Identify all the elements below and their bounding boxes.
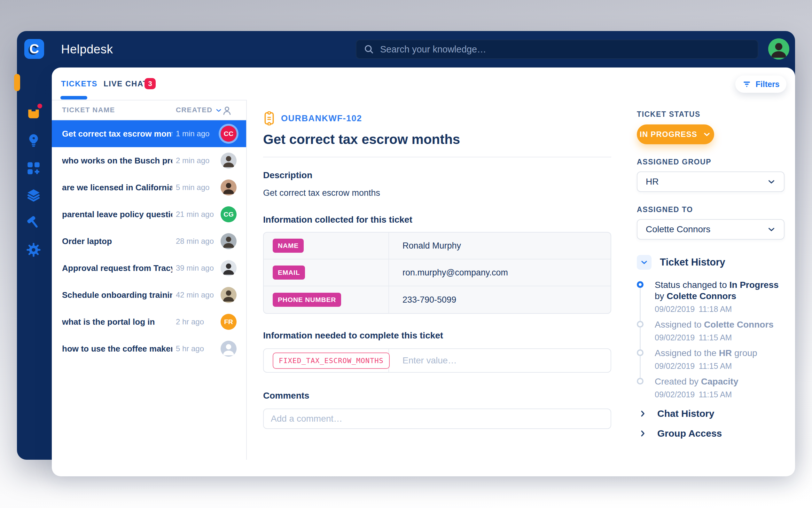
field-key-badge: EMAIL <box>273 265 305 280</box>
field-key-badge: PHONE NUMBER <box>273 293 341 307</box>
comment-input[interactable] <box>264 414 611 424</box>
person-silhouette-icon <box>221 260 237 276</box>
needed-field-key-cell: FIXED_TAX_ESCROW_MONTHS <box>264 349 389 372</box>
status-dropdown-button[interactable]: IN PROGRESS <box>637 124 714 144</box>
chat-history-toggle[interactable]: Chat History <box>637 408 784 419</box>
chevron-box <box>637 255 652 270</box>
history-entry: Assigned to Colette Connors09/02/2019 11… <box>637 319 784 342</box>
live-chats-count-badge: 3 <box>144 78 156 89</box>
layers-icon <box>26 187 42 204</box>
ticket-list-header: TICKET NAME CREATED <box>52 100 246 120</box>
sidebar-item-tickets-inbox[interactable] <box>26 105 42 121</box>
ticket-row[interactable]: parental leave policy questio…21 min ago… <box>52 201 246 228</box>
ticket-row-created-time: 28 min ago <box>176 237 214 246</box>
ticket-row-created-time: 2 hr ago <box>176 318 204 326</box>
content-card: TICKETS LIVE CHATS 3 Filters TICKET NAME… <box>52 68 795 476</box>
column-ticket-name: TICKET NAME <box>62 106 115 114</box>
history-entry-text: Assigned to the HR group <box>655 347 784 358</box>
ticket-row[interactable]: what is the portal log in2 hr agoFR <box>52 308 246 335</box>
history-entry-text: Status changed to In Progress by Colette… <box>655 279 784 302</box>
filter-icon <box>742 79 752 89</box>
ticket-status-label: TICKET STATUS <box>637 110 784 119</box>
avatar <box>221 153 237 169</box>
timeline-dot <box>637 281 643 288</box>
avatar: CC <box>221 126 237 142</box>
sidebar-item-settings[interactable] <box>26 242 42 258</box>
ticket-row[interactable]: Get correct tax escrow months1 min agoCC <box>52 120 246 147</box>
user-avatar[interactable] <box>768 38 789 59</box>
assigned-group-select[interactable]: HR <box>637 171 784 192</box>
search-icon <box>364 44 374 55</box>
knowledge-search-bar[interactable] <box>356 40 758 59</box>
ticket-detail: OURBANKWF-102 Get correct tax escrow mon… <box>263 100 611 429</box>
filters-button[interactable]: Filters <box>735 76 786 93</box>
history-entry-timestamp: 09/02/2019 11:15 AM <box>655 333 784 342</box>
ticket-row[interactable]: Order laptop28 min ago <box>52 228 246 255</box>
active-nav-indicator <box>14 74 20 91</box>
avatar <box>221 179 237 196</box>
history-entry: Status changed to In Progress by Colette… <box>637 279 784 314</box>
ticket-row[interactable]: how to use the coffee maker5 hr ago <box>52 335 246 362</box>
avatar: CG <box>221 206 237 222</box>
ticket-row[interactable]: are we licensed in California?5 min ago <box>52 174 246 201</box>
capacity-logo-icon[interactable]: C <box>24 39 44 59</box>
field-value: Ronald Murphy <box>389 241 461 251</box>
chevron-down-icon <box>767 177 776 186</box>
needed-field-row: FIXED_TAX_ESCROW_MONTHS <box>263 348 611 373</box>
sidebar-item-tools[interactable] <box>26 215 42 230</box>
sidebar-item-apps[interactable] <box>26 160 42 176</box>
lightbulb-icon <box>26 132 42 149</box>
person-silhouette-icon <box>221 179 237 196</box>
avatar <box>221 260 237 276</box>
ticket-icon <box>263 111 275 125</box>
ticket-id-link[interactable]: OURBANKWF-102 <box>281 114 362 124</box>
field-key-cell: NAME <box>264 232 389 259</box>
screen: C Helpdesk <box>0 0 812 508</box>
ticket-row-title: what is the portal log in <box>62 317 155 327</box>
needed-value-input[interactable] <box>389 355 611 366</box>
person-silhouette-icon <box>221 341 237 357</box>
ticket-history-label: Ticket History <box>660 257 725 268</box>
sidebar-item-stacks[interactable] <box>26 187 42 204</box>
ticket-row[interactable]: Schedule onboarding trainin…42 min ago <box>52 282 246 308</box>
assigned-to-select[interactable]: Colette Connors <box>637 219 784 240</box>
tab-tickets[interactable]: TICKETS <box>61 79 97 88</box>
assigned-group-value: HR <box>646 177 659 187</box>
chevron-down-icon <box>702 130 711 139</box>
info-field-row: EMAILron.murphy@company.com <box>264 259 611 286</box>
ticket-list: TICKET NAME CREATED Get correct tax escr… <box>52 100 247 460</box>
chevron-down-icon <box>640 258 649 267</box>
history-entry: Assigned to the HR group09/02/2019 11:15… <box>637 347 784 371</box>
search-input[interactable] <box>380 44 751 55</box>
hammer-icon <box>26 215 42 230</box>
ticket-title: Get correct tax escrow months <box>263 132 611 147</box>
collected-info-table: NAMERonald MurphyEMAILron.murphy@company… <box>263 232 611 314</box>
ticket-row-created-time: 5 min ago <box>176 183 209 192</box>
person-silhouette-icon <box>768 38 789 59</box>
field-key-cell: EMAIL <box>264 259 389 286</box>
info-field-row: NAMERonald Murphy <box>264 232 611 259</box>
filters-label: Filters <box>755 80 779 89</box>
ticket-row[interactable]: who works on the Busch proj…2 min ago <box>52 147 246 174</box>
timeline-dot <box>637 321 643 328</box>
ticket-row-title: are we licensed in California? <box>62 183 172 193</box>
description-text: Get correct tax escrow months <box>263 188 611 198</box>
sidebar-item-knowledge[interactable] <box>26 132 42 149</box>
gear-icon <box>26 242 42 258</box>
field-value: 233-790-5099 <box>389 295 456 305</box>
chevron-right-icon <box>638 409 648 418</box>
avatar <box>221 287 237 303</box>
assignee-person-icon[interactable] <box>221 105 233 117</box>
group-access-toggle[interactable]: Group Access <box>637 428 784 439</box>
ticket-row-created-time: 42 min ago <box>176 291 214 299</box>
chat-history-label: Chat History <box>657 408 714 419</box>
avatar <box>221 233 237 249</box>
ticket-row[interactable]: Approval request from Tracy…39 min ago <box>52 255 246 282</box>
column-created-sort[interactable]: CREATED <box>176 106 223 114</box>
timeline-dot <box>637 378 643 384</box>
ticket-history-timeline: Status changed to In Progress by Colette… <box>637 279 784 399</box>
field-key-pill: FIXED_TAX_ESCROW_MONTHS <box>273 352 390 369</box>
description-label: Description <box>263 170 611 180</box>
ticket-history-toggle[interactable]: Ticket History <box>637 255 784 270</box>
ticket-rows: Get correct tax escrow months1 min agoCC… <box>52 120 246 362</box>
